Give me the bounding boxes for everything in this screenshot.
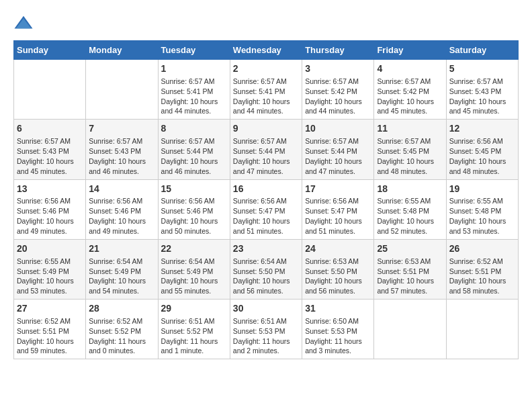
sunrise-info: Sunrise: 6:57 AM <box>161 137 215 145</box>
calendar-cell: 24 Sunrise: 6:53 AM Sunset: 5:50 PM Dayl… <box>302 239 374 299</box>
calendar-week-row: 27 Sunrise: 6:52 AM Sunset: 5:51 PM Dayl… <box>14 300 519 359</box>
calendar-cell: 3 Sunrise: 6:57 AM Sunset: 5:42 PM Dayli… <box>302 60 374 120</box>
calendar-cell <box>374 300 446 359</box>
calendar-cell: 20 Sunrise: 6:55 AM Sunset: 5:49 PM Dayl… <box>14 239 86 299</box>
day-number: 23 <box>233 242 299 255</box>
daylight-info: Daylight: 10 hours and 45 minutes. <box>377 97 434 116</box>
calendar-header-row: SundayMondayTuesdayWednesdayThursdayFrid… <box>14 41 519 60</box>
day-number: 9 <box>233 122 299 135</box>
daylight-info: Daylight: 11 hours and 2 minutes. <box>233 337 290 355</box>
calendar-cell: 28 Sunrise: 6:52 AM Sunset: 5:52 PM Dayl… <box>86 300 158 359</box>
daylight-info: Daylight: 10 hours and 54 minutes. <box>89 277 146 295</box>
daylight-info: Daylight: 10 hours and 48 minutes. <box>377 157 434 175</box>
day-of-week-header: Sunday <box>14 41 86 60</box>
sunset-info: Sunset: 5:50 PM <box>305 267 357 275</box>
daylight-info: Daylight: 11 hours and 0 minutes. <box>89 337 146 355</box>
day-number: 7 <box>89 122 154 135</box>
sunrise-info: Sunrise: 6:57 AM <box>305 77 359 85</box>
day-number: 3 <box>305 62 371 75</box>
sunset-info: Sunset: 5:41 PM <box>233 87 285 95</box>
sunset-info: Sunset: 5:45 PM <box>449 147 502 155</box>
sunrise-info: Sunrise: 6:51 AM <box>161 317 215 325</box>
sunrise-info: Sunrise: 6:52 AM <box>17 317 71 325</box>
sunset-info: Sunset: 5:48 PM <box>449 207 502 215</box>
sunset-info: Sunset: 5:49 PM <box>89 267 141 275</box>
sunset-info: Sunset: 5:51 PM <box>449 267 502 275</box>
sunrise-info: Sunrise: 6:54 AM <box>233 257 287 265</box>
sunrise-info: Sunrise: 6:57 AM <box>449 77 503 85</box>
calendar-cell: 26 Sunrise: 6:52 AM Sunset: 5:51 PM Dayl… <box>446 239 518 299</box>
day-number: 26 <box>449 242 515 255</box>
sunset-info: Sunset: 5:46 PM <box>17 207 69 215</box>
day-number: 16 <box>233 183 299 195</box>
calendar-cell: 17 Sunrise: 6:56 AM Sunset: 5:47 PM Dayl… <box>302 179 374 239</box>
day-of-week-header: Tuesday <box>158 41 230 60</box>
sunrise-info: Sunrise: 6:57 AM <box>377 137 431 145</box>
sunrise-info: Sunrise: 6:56 AM <box>305 197 359 205</box>
calendar-table: SundayMondayTuesdayWednesdayThursdayFrid… <box>13 40 519 359</box>
daylight-info: Daylight: 10 hours and 56 minutes. <box>305 277 362 295</box>
sunset-info: Sunset: 5:52 PM <box>161 327 214 335</box>
day-number: 29 <box>161 302 227 315</box>
daylight-info: Daylight: 10 hours and 53 minutes. <box>449 217 506 235</box>
day-number: 5 <box>449 62 515 75</box>
sunset-info: Sunset: 5:48 PM <box>377 207 429 215</box>
daylight-info: Daylight: 10 hours and 49 minutes. <box>89 217 146 235</box>
logo <box>13 13 36 34</box>
sunset-info: Sunset: 5:49 PM <box>17 267 69 275</box>
sunrise-info: Sunrise: 6:57 AM <box>233 77 287 85</box>
daylight-info: Daylight: 10 hours and 44 minutes. <box>161 97 218 116</box>
day-of-week-header: Friday <box>374 41 446 60</box>
calendar-cell: 14 Sunrise: 6:56 AM Sunset: 5:46 PM Dayl… <box>86 179 158 239</box>
daylight-info: Daylight: 10 hours and 44 minutes. <box>233 97 290 116</box>
day-number: 18 <box>377 183 443 195</box>
sunset-info: Sunset: 5:51 PM <box>377 267 429 275</box>
day-number: 24 <box>305 242 371 255</box>
sunrise-info: Sunrise: 6:57 AM <box>377 77 431 85</box>
day-number: 12 <box>449 122 515 135</box>
sunrise-info: Sunrise: 6:52 AM <box>449 257 503 265</box>
calendar-cell: 22 Sunrise: 6:54 AM Sunset: 5:49 PM Dayl… <box>158 239 230 299</box>
daylight-info: Daylight: 10 hours and 51 minutes. <box>305 217 362 235</box>
sunset-info: Sunset: 5:53 PM <box>305 327 357 335</box>
sunset-info: Sunset: 5:49 PM <box>161 267 214 275</box>
calendar-cell: 7 Sunrise: 6:57 AM Sunset: 5:43 PM Dayli… <box>86 120 158 179</box>
sunset-info: Sunset: 5:45 PM <box>377 147 429 155</box>
day-number: 8 <box>161 122 227 135</box>
daylight-info: Daylight: 10 hours and 59 minutes. <box>17 337 74 355</box>
day-number: 13 <box>17 183 83 195</box>
calendar-cell: 5 Sunrise: 6:57 AM Sunset: 5:43 PM Dayli… <box>446 60 518 120</box>
daylight-info: Daylight: 10 hours and 51 minutes. <box>233 217 290 235</box>
sunset-info: Sunset: 5:47 PM <box>305 207 357 215</box>
sunset-info: Sunset: 5:51 PM <box>17 327 69 335</box>
sunrise-info: Sunrise: 6:56 AM <box>449 137 503 145</box>
day-number: 20 <box>17 242 83 255</box>
day-number: 19 <box>449 183 515 195</box>
sunrise-info: Sunrise: 6:56 AM <box>161 197 215 205</box>
calendar-cell: 4 Sunrise: 6:57 AM Sunset: 5:42 PM Dayli… <box>374 60 446 120</box>
calendar-cell: 8 Sunrise: 6:57 AM Sunset: 5:44 PM Dayli… <box>158 120 230 179</box>
sunrise-info: Sunrise: 6:57 AM <box>233 137 287 145</box>
day-number: 1 <box>161 62 227 75</box>
day-number: 4 <box>377 62 443 75</box>
calendar-cell: 9 Sunrise: 6:57 AM Sunset: 5:44 PM Dayli… <box>230 120 302 179</box>
calendar-cell <box>446 300 518 359</box>
day-of-week-header: Monday <box>86 41 158 60</box>
calendar-cell: 10 Sunrise: 6:57 AM Sunset: 5:44 PM Dayl… <box>302 120 374 179</box>
calendar-cell: 30 Sunrise: 6:51 AM Sunset: 5:53 PM Dayl… <box>230 300 302 359</box>
daylight-info: Daylight: 10 hours and 45 minutes. <box>449 97 506 116</box>
daylight-info: Daylight: 10 hours and 48 minutes. <box>449 157 506 175</box>
sunrise-info: Sunrise: 6:56 AM <box>17 197 71 205</box>
sunrise-info: Sunrise: 6:57 AM <box>161 77 215 85</box>
daylight-info: Daylight: 10 hours and 57 minutes. <box>377 277 434 295</box>
daylight-info: Daylight: 10 hours and 47 minutes. <box>233 157 290 175</box>
sunset-info: Sunset: 5:42 PM <box>305 87 357 95</box>
sunrise-info: Sunrise: 6:55 AM <box>17 257 71 265</box>
sunset-info: Sunset: 5:52 PM <box>89 327 141 335</box>
calendar-cell: 29 Sunrise: 6:51 AM Sunset: 5:52 PM Dayl… <box>158 300 230 359</box>
daylight-info: Daylight: 10 hours and 58 minutes. <box>449 277 506 295</box>
daylight-info: Daylight: 10 hours and 53 minutes. <box>17 277 74 295</box>
calendar-cell: 2 Sunrise: 6:57 AM Sunset: 5:41 PM Dayli… <box>230 60 302 120</box>
sunrise-info: Sunrise: 6:50 AM <box>305 317 359 325</box>
calendar-cell: 25 Sunrise: 6:53 AM Sunset: 5:51 PM Dayl… <box>374 239 446 299</box>
